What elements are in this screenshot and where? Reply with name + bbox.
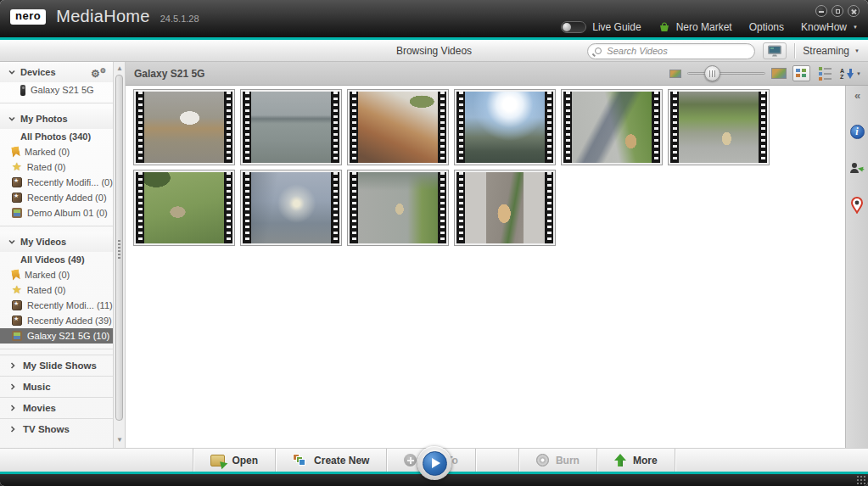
filmstrip-icon bbox=[331, 172, 339, 243]
more-button[interactable]: More bbox=[597, 449, 675, 472]
play-to-device-button[interactable] bbox=[763, 42, 787, 59]
sort-button[interactable]: AZ ▼ bbox=[840, 68, 863, 80]
recently-added-icon: ★ bbox=[12, 193, 22, 203]
sidebar-item-videos-rated[interactable]: ★ Rated (0) bbox=[0, 282, 113, 298]
star-icon: ★ bbox=[12, 285, 22, 295]
video-preview-image bbox=[251, 92, 331, 163]
grid-view-button[interactable] bbox=[792, 65, 810, 81]
video-thumbnail[interactable] bbox=[240, 89, 342, 165]
slider-track bbox=[687, 72, 765, 75]
chevron-down-icon: ▼ bbox=[854, 48, 860, 53]
search-box[interactable] bbox=[587, 43, 755, 59]
sidebar-item-photos-rated[interactable]: ★ Rated (0) bbox=[0, 159, 113, 175]
video-thumbnail[interactable] bbox=[133, 170, 235, 246]
search-input[interactable] bbox=[607, 46, 748, 56]
sidebar-section-my-slide-shows[interactable]: My Slide Shows bbox=[0, 355, 113, 376]
slider-handle[interactable] bbox=[704, 65, 720, 81]
sidebar-item-all-videos[interactable]: All Videos (49) bbox=[0, 252, 113, 267]
content-header: Galaxy S21 5G bbox=[126, 62, 868, 86]
section-divider bbox=[0, 103, 113, 103]
geotag-pin-icon[interactable] bbox=[850, 197, 864, 214]
filmstrip-icon bbox=[350, 172, 358, 243]
burn-button[interactable]: Burn bbox=[519, 449, 596, 472]
live-guide-toggle-item[interactable]: Live Guide bbox=[561, 21, 641, 33]
video-thumbnail[interactable] bbox=[454, 89, 556, 165]
scroll-up-arrow-icon[interactable]: ▲ bbox=[116, 64, 123, 72]
recently-added-icon: ★ bbox=[12, 316, 22, 326]
sidebar-section-tv-shows[interactable]: TV Shows bbox=[0, 418, 113, 439]
my-videos-section-header[interactable]: My Videos bbox=[0, 232, 113, 252]
search-icon bbox=[595, 47, 602, 54]
options-button[interactable]: Options bbox=[749, 21, 784, 33]
toolbar-separator bbox=[794, 43, 795, 59]
live-guide-switch[interactable] bbox=[561, 21, 586, 33]
video-thumbnail[interactable] bbox=[133, 89, 235, 165]
section-divider bbox=[0, 226, 113, 226]
video-thumbnail[interactable] bbox=[454, 170, 556, 246]
panel-splitter-grip[interactable] bbox=[118, 240, 120, 260]
filmstrip-icon bbox=[670, 92, 679, 163]
list-view-button[interactable] bbox=[816, 65, 834, 81]
sidebar-item-photos-recently-modified[interactable]: ★ Recently Modifi... (0) bbox=[0, 175, 113, 190]
scroll-down-arrow-icon[interactable]: ▼ bbox=[116, 436, 123, 444]
play-button[interactable] bbox=[417, 446, 451, 480]
sidebar-item-videos-recently-added[interactable]: ★ Recently Added (39) bbox=[0, 313, 113, 328]
album-icon bbox=[12, 208, 22, 218]
maximize-button[interactable] bbox=[832, 5, 843, 17]
people-tag-icon[interactable] bbox=[849, 161, 865, 175]
my-photos-section-header[interactable]: My Photos bbox=[0, 109, 113, 129]
app-version: 24.5.1.28 bbox=[160, 9, 199, 24]
chevron-down-icon bbox=[8, 115, 15, 122]
filmstrip-icon bbox=[652, 92, 660, 163]
create-new-button[interactable]: Create New bbox=[276, 449, 386, 472]
video-thumbnail[interactable] bbox=[561, 89, 663, 165]
main-area: Devices ⚙⚙ Galaxy S21 5G My Photos All P… bbox=[0, 62, 868, 448]
live-guide-label: Live Guide bbox=[592, 21, 641, 33]
sort-az-icon: AZ bbox=[840, 68, 844, 80]
sidebar-item-videos-marked[interactable]: Marked (0) bbox=[0, 267, 113, 282]
sidebar-section-music[interactable]: Music bbox=[0, 376, 113, 397]
sidebar-item-videos-galaxy-s21-selected[interactable]: Galaxy S21 5G (10) bbox=[0, 328, 113, 344]
resize-grip[interactable] bbox=[856, 475, 866, 485]
devices-section-header[interactable]: Devices ⚙⚙ bbox=[0, 62, 113, 82]
streaming-dropdown[interactable]: Streaming ▼ bbox=[803, 45, 863, 57]
sidebar-section-movies[interactable]: Movies bbox=[0, 397, 113, 418]
burn-disc-icon bbox=[536, 454, 549, 466]
minimize-button[interactable] bbox=[815, 5, 827, 17]
recently-modified-icon: ★ bbox=[12, 177, 22, 187]
video-thumbnail[interactable] bbox=[240, 170, 342, 246]
chevron-down-icon bbox=[8, 69, 15, 75]
sidebar-item-photos-marked[interactable]: Marked (0) bbox=[0, 144, 113, 159]
chevron-right-icon bbox=[9, 405, 16, 411]
sidebar-item-photos-recently-added[interactable]: ★ Recently Added (0) bbox=[0, 190, 113, 205]
nero-market-button[interactable]: Nero Market bbox=[658, 21, 732, 33]
brand: nero MediaHome 24.5.1.28 bbox=[10, 7, 199, 26]
thumbnail-size-large-icon[interactable] bbox=[771, 68, 787, 79]
gear-icon[interactable]: ⚙⚙ bbox=[91, 67, 106, 78]
close-button[interactable] bbox=[848, 5, 860, 17]
monitor-icon bbox=[767, 45, 782, 57]
thumbnail-size-slider[interactable] bbox=[687, 65, 765, 81]
thumbnail-size-small-icon[interactable] bbox=[669, 70, 681, 78]
sidebar-item-device-galaxy-s21[interactable]: Galaxy S21 5G bbox=[0, 82, 113, 98]
info-icon[interactable]: i bbox=[850, 125, 865, 139]
toggle-knob bbox=[563, 23, 571, 31]
nero-market-label: Nero Market bbox=[676, 21, 732, 33]
more-up-arrow-icon bbox=[614, 454, 626, 466]
video-thumbnail[interactable] bbox=[347, 89, 449, 165]
grid-view-icon bbox=[796, 69, 806, 78]
chevron-down-icon bbox=[8, 238, 15, 245]
main-toolbar: Browsing Videos Streaming ▼ bbox=[0, 40, 868, 62]
collapse-panel-icon[interactable]: « bbox=[854, 89, 860, 103]
star-icon: ★ bbox=[12, 162, 22, 172]
section-divider bbox=[0, 349, 113, 349]
sidebar-item-demo-album[interactable]: Demo Album 01 (0) bbox=[0, 205, 113, 221]
sidebar-scrollbar[interactable]: ▲ ▼ bbox=[114, 62, 126, 448]
my-videos-header-label: My Videos bbox=[20, 237, 66, 247]
open-button[interactable]: Open bbox=[193, 449, 275, 472]
sidebar-item-all-photos[interactable]: All Photos (340) bbox=[0, 129, 113, 144]
knowhow-dropdown[interactable]: KnowHow ▼ bbox=[801, 21, 858, 33]
video-thumbnail[interactable] bbox=[668, 89, 770, 165]
sidebar-item-videos-recently-modified[interactable]: ★ Recently Modi... (11) bbox=[0, 298, 113, 313]
video-thumbnail[interactable] bbox=[347, 170, 449, 246]
